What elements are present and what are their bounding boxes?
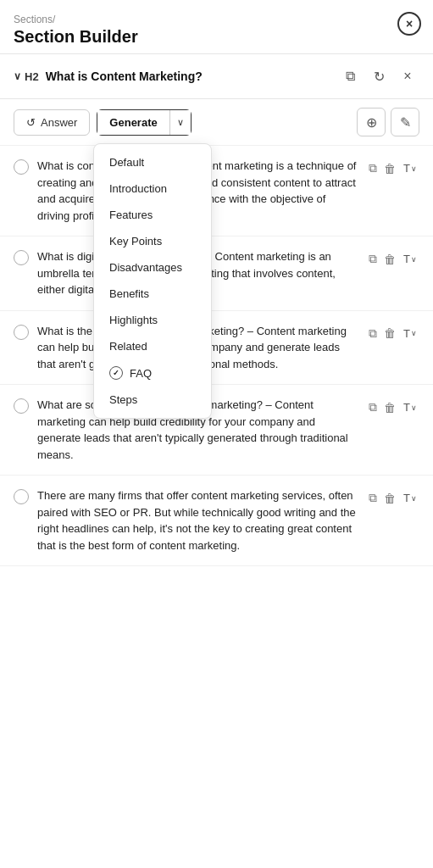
copy-section-button[interactable]: ⧉: [338, 64, 362, 88]
close-header-button[interactable]: ×: [397, 12, 421, 36]
list-item: What are some benefits of content market…: [0, 385, 433, 476]
heading-level-indicator: ∨ H2: [14, 70, 39, 83]
item-actions-2: ⧉ 🗑 T∨: [367, 250, 419, 268]
faq-check-icon: ✓: [109, 366, 123, 380]
dropdown-item-label: Steps: [109, 393, 137, 406]
list-item: There are many firms that offer content …: [0, 476, 433, 566]
item-actions-1: ⧉ 🗑 T∨: [367, 159, 419, 177]
copy-item-icon-2[interactable]: ⧉: [367, 250, 379, 268]
section-action-buttons: ⧉ ↻ ×: [338, 64, 419, 88]
type-button-2[interactable]: T∨: [401, 251, 419, 267]
breadcrumb: Sections/: [14, 14, 419, 25]
item-text-5: There are many firms that offer content …: [37, 487, 358, 554]
copy-item-icon-1[interactable]: ⧉: [367, 159, 379, 177]
generate-dropdown-menu: Default Introduction Features Key Points…: [93, 143, 212, 419]
dropdown-item-label: Highlights: [109, 314, 158, 326]
radio-button-5[interactable]: [14, 489, 29, 504]
dropdown-item-label: FAQ: [130, 367, 152, 380]
dropdown-item-introduction[interactable]: Introduction: [94, 175, 211, 202]
generate-button-group: Generate ∨: [97, 109, 191, 136]
delete-item-icon-2[interactable]: 🗑: [382, 251, 397, 268]
heading-level-label: H2: [25, 70, 39, 83]
radio-button-1[interactable]: [14, 159, 29, 175]
section-title: What is Content Marketing?: [46, 70, 331, 83]
dropdown-item-label: Features: [109, 209, 153, 221]
dropdown-item-label: Disadvantages: [109, 261, 182, 274]
dropdown-item-label: Key Points: [109, 235, 162, 248]
list-item: What is digital content marketing? – Con…: [0, 236, 433, 311]
generate-button[interactable]: Generate: [97, 110, 169, 135]
delete-item-icon-4[interactable]: 🗑: [382, 399, 397, 416]
copy-item-icon-4[interactable]: ⧉: [367, 398, 379, 416]
dropdown-item-label: Benefits: [109, 287, 149, 300]
radio-button-2[interactable]: [14, 250, 29, 265]
close-section-button[interactable]: ×: [396, 64, 419, 88]
answer-button[interactable]: ↺ Answer: [14, 109, 90, 136]
copy-item-icon-5[interactable]: ⧉: [367, 489, 379, 507]
dropdown-item-disadvantages[interactable]: Disadvantages: [94, 254, 211, 281]
item-actions-3: ⧉ 🗑 T∨: [367, 325, 419, 342]
list-item: What is content marketing? – Content mar…: [0, 146, 433, 236]
type-button-4[interactable]: T∨: [401, 399, 419, 415]
radio-button-3[interactable]: [14, 325, 29, 340]
type-button-1[interactable]: T∨: [401, 160, 419, 176]
page-header: Sections/ Section Builder ×: [0, 0, 433, 54]
chevron-icon: ∨: [14, 70, 21, 82]
refresh-section-button[interactable]: ↻: [367, 64, 391, 88]
type-button-3[interactable]: T∨: [401, 326, 419, 342]
dropdown-item-features[interactable]: Features: [94, 202, 211, 228]
toolbar: ↺ Answer Generate ∨ Default Introduction…: [0, 99, 433, 146]
page-title: Section Builder: [14, 27, 419, 47]
edit-button[interactable]: ✎: [391, 108, 419, 136]
dropdown-item-steps[interactable]: Steps: [94, 387, 211, 413]
delete-item-icon-3[interactable]: 🗑: [382, 325, 397, 342]
dropdown-item-label: Introduction: [109, 182, 167, 195]
type-button-5[interactable]: T∨: [401, 490, 419, 506]
dropdown-item-highlights[interactable]: Highlights: [94, 307, 211, 333]
answer-icon: ↺: [26, 116, 36, 129]
dropdown-item-label: Default: [109, 156, 144, 169]
item-actions-4: ⧉ 🗑 T∨: [367, 398, 419, 416]
dropdown-item-label: Related: [109, 340, 147, 353]
section-header-row: ∨ H2 What is Content Marketing? ⧉ ↻ ×: [0, 54, 433, 99]
dropdown-item-key-points[interactable]: Key Points: [94, 228, 211, 254]
dropdown-item-default[interactable]: Default: [94, 149, 211, 175]
dropdown-item-faq[interactable]: ✓ FAQ: [94, 359, 211, 387]
item-actions-5: ⧉ 🗑 T∨: [367, 489, 419, 507]
dropdown-item-related[interactable]: Related: [94, 333, 211, 359]
content-list: What is content marketing? – Content mar…: [0, 146, 433, 566]
dropdown-item-benefits[interactable]: Benefits: [94, 281, 211, 307]
delete-item-icon-5[interactable]: 🗑: [382, 490, 397, 507]
toolbar-right-actions: ⊕ ✎: [357, 108, 419, 136]
list-item: What is the purpose of content marketing…: [0, 311, 433, 386]
answer-label: Answer: [41, 116, 77, 129]
add-button[interactable]: ⊕: [357, 108, 386, 136]
radio-button-4[interactable]: [14, 398, 29, 414]
copy-item-icon-3[interactable]: ⧉: [367, 325, 379, 342]
delete-item-icon-1[interactable]: 🗑: [382, 160, 397, 177]
generate-dropdown-toggle[interactable]: ∨: [169, 110, 191, 135]
